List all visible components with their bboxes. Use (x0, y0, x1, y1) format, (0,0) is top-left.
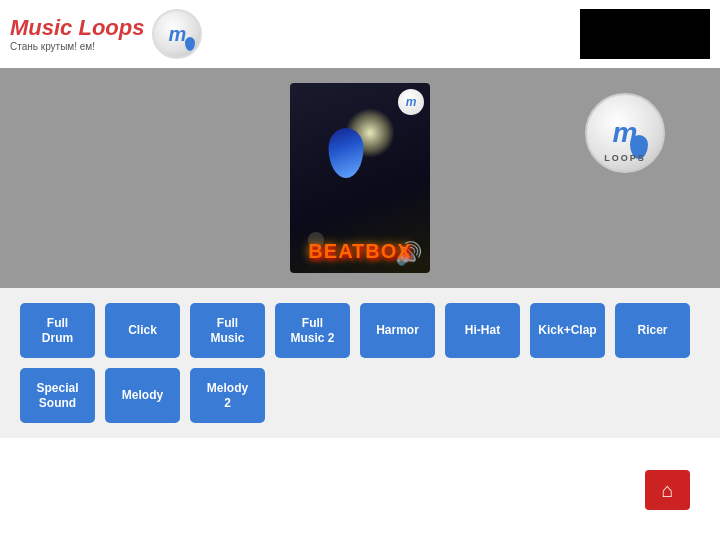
logo-m: m (169, 23, 187, 46)
drop-icon-small (185, 37, 195, 51)
logo-icon-large: m LOOPS (585, 93, 665, 173)
button-full-drum[interactable]: Full Drum (20, 303, 95, 358)
beatbox-image: m BEATBOX 🔊 (290, 83, 430, 273)
header: Music Loops Стань крутым! ем! m (0, 0, 720, 68)
logo-subtitle: Стань крутым! ем! (10, 41, 144, 52)
logo-text-block: Music Loops Стань крутым! ем! (10, 16, 144, 51)
button-melody-2[interactable]: Melody 2 (190, 368, 265, 423)
banner: m BEATBOX 🔊 m LOOPS (0, 68, 720, 288)
header-black-box (580, 9, 710, 59)
logo-icon-small: m (152, 9, 202, 59)
water-drop (329, 128, 364, 178)
button-hi-hat[interactable]: Hi-Hat (445, 303, 520, 358)
home-icon: ⌂ (661, 479, 673, 502)
logo-area: Music Loops Стань крутым! ем! m (10, 9, 202, 59)
beatbox-inner-logo: m (398, 89, 424, 115)
button-melody[interactable]: Melody (105, 368, 180, 423)
buttons-row2: Special SoundMelodyMelody 2 (20, 368, 700, 423)
home-button[interactable]: ⌂ (645, 470, 690, 510)
button-full-music-2[interactable]: Full Music 2 (275, 303, 350, 358)
buttons-section: Full DrumClickFull MusicFull Music 2Harm… (0, 288, 720, 438)
buttons-row1: Full DrumClickFull MusicFull Music 2Harm… (20, 303, 700, 358)
button-kick-clap[interactable]: Kick+Clap (530, 303, 605, 358)
button-special-sound[interactable]: Special Sound (20, 368, 95, 423)
button-full-music[interactable]: Full Music (190, 303, 265, 358)
button-harmor[interactable]: Harmor (360, 303, 435, 358)
button-ricer[interactable]: Ricer (615, 303, 690, 358)
beatbox-label: BEATBOX (308, 240, 411, 263)
logo-title: Music Loops (10, 16, 144, 40)
button-click[interactable]: Click (105, 303, 180, 358)
